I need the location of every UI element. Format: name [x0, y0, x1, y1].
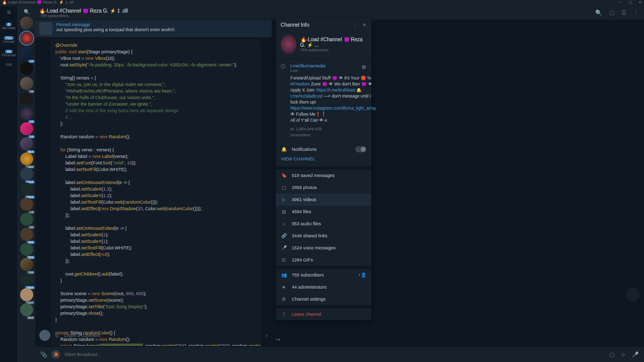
- chat-item[interactable]: 340: [19, 228, 34, 243]
- panel-more-icon[interactable]: ⋮: [352, 22, 357, 28]
- chat-item[interactable]: 1107: [19, 288, 34, 303]
- channel-info-panel: Channel Info ⋮ ✕ 🔥-Load #Channel 😈 Reza …: [276, 18, 371, 320]
- people-icon: 👥: [281, 273, 287, 278]
- media-icon: ▷: [281, 197, 287, 202]
- chat-item[interactable]: 17: [19, 47, 34, 62]
- chat-item[interactable]: [19, 62, 34, 77]
- media-row[interactable]: ▤4594 files: [276, 206, 371, 218]
- chat-item[interactable]: 610: [19, 303, 34, 318]
- header-more-icon[interactable]: ⋮: [633, 10, 639, 16]
- panel-close-icon[interactable]: ✕: [362, 22, 366, 28]
- forward-icon[interactable]: ↪: [276, 336, 280, 343]
- header-search-icon[interactable]: 🔍: [595, 10, 602, 16]
- voice-icon[interactable]: 🎤: [632, 351, 639, 358]
- search-icon[interactable]: 🔍: [24, 9, 30, 15]
- bell-icon: 🔔: [281, 147, 287, 152]
- chat-item[interactable]: [19, 32, 34, 47]
- chat-item[interactable]: 13: [19, 198, 34, 213]
- admin-icon: ★: [281, 285, 287, 290]
- qr-icon[interactable]: ▦: [362, 64, 366, 69]
- window-close-icon[interactable]: ✕: [638, 0, 642, 5]
- comment-input[interactable]: [64, 333, 262, 338]
- chat-item[interactable]: 33: [19, 77, 34, 92]
- media-icon: 🎤: [281, 245, 287, 250]
- emoji2-icon[interactable]: ☺: [620, 351, 626, 358]
- avatar: [20, 273, 33, 286]
- folder-all-chats[interactable]: 8 All chats: [2, 22, 15, 30]
- chat-item[interactable]: [19, 17, 34, 32]
- media-icon: 🔗: [281, 233, 287, 238]
- chat-item[interactable]: 2444: [19, 183, 34, 198]
- admins-row[interactable]: ★ 44 administrators: [276, 281, 371, 293]
- sticker-icon[interactable]: ▢: [609, 351, 614, 358]
- send-icon[interactable]: ›: [266, 332, 268, 338]
- chat-item[interactable]: 1482: [19, 152, 34, 167]
- view-channel-button[interactable]: VIEW CHANNEL: [276, 156, 371, 166]
- menu-icon[interactable]: ≡: [7, 8, 11, 16]
- window-max-icon[interactable]: ▢: [628, 0, 632, 5]
- attach-icon[interactable]: 📎: [40, 351, 47, 358]
- avatar: [20, 228, 33, 241]
- chat-item[interactable]: 329: [19, 243, 34, 258]
- avatar: [20, 77, 33, 90]
- avatar: [20, 152, 33, 165]
- leave-row[interactable]: ⤴ Leave channel: [276, 308, 371, 320]
- avatar: [20, 62, 33, 75]
- header-call-icon[interactable]: ▢: [609, 10, 614, 16]
- media-row[interactable]: 🎤1524 voice messages: [276, 242, 371, 254]
- avatar: [20, 17, 33, 30]
- window-title: 🔥-Load #Channel 😈 Reza G. ⚡ ‡ .dll: [2, 0, 73, 6]
- add-user-icon[interactable]: +👤: [358, 273, 366, 278]
- mute-icon[interactable]: 🔕: [51, 350, 60, 359]
- notif-toggle[interactable]: [355, 146, 366, 152]
- emoji-icon[interactable]: ☺: [54, 332, 60, 338]
- broadcast-input[interactable]: [64, 352, 605, 357]
- pinned-message[interactable]: Pinned message out speeding java using a…: [35, 20, 272, 37]
- channel-avatar[interactable]: [281, 35, 296, 54]
- subscribers-row[interactable]: 👥 755 subscribers +👤: [276, 269, 371, 281]
- window-min-icon[interactable]: ─: [619, 0, 622, 5]
- gear-icon: ⚙: [281, 297, 287, 302]
- avatar: [20, 32, 33, 45]
- folder-personal[interactable]: 44 Personal: [2, 49, 16, 57]
- pinned-thumb: [39, 22, 52, 35]
- chat-item[interactable]: 24: [19, 107, 34, 122]
- chat-item[interactable]: 14: [19, 122, 34, 137]
- chat-area: Pinned message out speeding java using a…: [35, 20, 272, 346]
- avatar: [20, 122, 33, 135]
- chat-item[interactable]: 55: [19, 213, 34, 228]
- chat-item[interactable]: 564: [19, 137, 34, 152]
- media-row[interactable]: ⊡1284 GIFs: [276, 254, 371, 266]
- folders-rail: ≡ 8 All chats 711 Unread 44 Personal Edi…: [0, 6, 18, 362]
- avatar: [20, 303, 33, 316]
- comment-bar: ☺ ›: [35, 328, 272, 343]
- channel-subs: 755 subscribers: [300, 48, 366, 52]
- leave-icon: ⤴: [281, 312, 287, 317]
- avatar: [20, 47, 33, 60]
- media-row[interactable]: ♫953 audio files: [276, 218, 371, 230]
- chat-item[interactable]: 1620: [19, 167, 34, 183]
- avatar: [20, 288, 33, 301]
- avatar: [20, 92, 33, 105]
- media-icon: ⊡: [281, 257, 287, 262]
- scroll-down-button[interactable]: [626, 288, 640, 302]
- folder-edit[interactable]: Edit: [6, 63, 12, 66]
- code-block[interactable]: @Override public void start(Stage primar…: [50, 39, 261, 346]
- chat-list: 🔍 17332414564148216202444135534032922829…: [18, 6, 35, 362]
- avatar: [20, 107, 33, 120]
- unread-badge: 610: [27, 316, 35, 319]
- folder-unread[interactable]: 711 Unread: [3, 36, 15, 43]
- header-side-icon[interactable]: ☰: [621, 10, 626, 16]
- chat-item[interactable]: 2968: [19, 273, 34, 288]
- avatar: [20, 137, 33, 150]
- media-row[interactable]: 🔗3446 shared links: [276, 230, 371, 242]
- chat-item[interactable]: 228: [19, 258, 34, 273]
- media-row[interactable]: 🔖918 saved messages: [276, 169, 371, 182]
- settings-row[interactable]: ⚙ Channel settings: [276, 293, 371, 305]
- comment-avatar: [39, 330, 50, 341]
- avatar: [20, 167, 33, 180]
- media-row[interactable]: ▢2856 photos: [276, 182, 371, 194]
- media-row[interactable]: ▷4961 videos: [276, 194, 371, 206]
- avatar: [20, 198, 33, 211]
- chat-item[interactable]: [19, 92, 34, 107]
